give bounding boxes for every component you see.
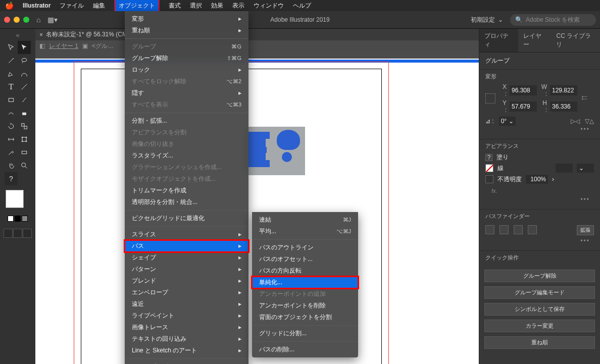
draw-mode[interactable] [4, 229, 32, 238]
fill-help-icon[interactable]: ? [485, 154, 492, 161]
width-tool[interactable] [5, 133, 18, 146]
rectangle-tool[interactable] [5, 93, 18, 107]
menu-item[interactable]: グリッドに分割... [252, 328, 358, 339]
tab-close-icon[interactable]: × [39, 31, 43, 38]
pf-unite[interactable] [485, 225, 494, 234]
pf-exclude[interactable] [528, 225, 537, 234]
minimize-window[interactable] [14, 17, 20, 23]
menu-item[interactable]: 画像トレース [125, 322, 248, 333]
tools-grip[interactable]: « [16, 32, 20, 39]
menu-item[interactable]: 変形 [125, 13, 248, 25]
apple-menu[interactable]: 🍎 [5, 2, 14, 10]
reference-point[interactable] [485, 93, 495, 103]
link-wh-icon[interactable]: ⮄ [581, 95, 587, 102]
menu-item[interactable]: 隠す [125, 87, 248, 99]
help-tool[interactable]: ? [5, 172, 18, 185]
transform-w[interactable]: 129.822 [550, 85, 577, 95]
app-name[interactable]: Illustrator [23, 2, 51, 9]
menu-item[interactable]: ピクセルグリッドに最適化 [125, 213, 248, 224]
lasso-tool[interactable] [18, 54, 31, 67]
opacity-swatch[interactable] [485, 175, 493, 183]
menu-effect[interactable]: 効果 [211, 2, 223, 10]
zoom-tool[interactable] [18, 159, 31, 172]
target-label[interactable]: <グル… [92, 42, 114, 50]
menu-item[interactable]: 単純化... [252, 277, 358, 288]
arrange-docs-icon[interactable]: ▦▾ [47, 16, 58, 24]
pf-expand[interactable]: 拡張 [577, 225, 594, 235]
menu-item[interactable]: 平均...⌥⌘J [252, 226, 358, 237]
line-tool[interactable] [18, 80, 31, 93]
color-mode-swatches[interactable] [8, 216, 28, 222]
transform-x[interactable]: 96.308 [510, 85, 537, 95]
menu-item[interactable]: クリッピングマスク [125, 361, 248, 364]
stock-search[interactable]: 🔍 Adobe Stock を検索 [510, 14, 596, 26]
menu-item[interactable]: 遠近 [125, 298, 248, 310]
close-window[interactable] [4, 17, 10, 23]
curvature-tool[interactable] [18, 67, 31, 80]
stroke-profile[interactable]: ⌄ [577, 164, 594, 173]
opacity-input[interactable]: 100% [526, 175, 548, 184]
direct-selection-tool[interactable] [18, 41, 31, 54]
menu-item[interactable]: パスの削除... [252, 344, 358, 355]
menu-help[interactable]: ヘルプ [293, 2, 311, 10]
tab-properties[interactable]: プロパティ [479, 29, 518, 52]
menu-item[interactable]: スライス [125, 229, 248, 240]
menu-item[interactable]: パスのアウトライン [252, 242, 358, 253]
tab-layers[interactable]: レイヤー [518, 29, 552, 52]
menu-item[interactable]: グループ解除⇧⌘G [125, 53, 248, 64]
pathfinder-more-icon[interactable]: ••• [485, 237, 594, 247]
quick-isolate[interactable]: グループ編集モード [484, 286, 595, 299]
flip-v-icon[interactable]: ▽△ [585, 118, 594, 125]
fill-stroke-control[interactable] [5, 189, 30, 215]
quick-ungroup[interactable]: グループ解除 [484, 270, 595, 282]
quick-recolor[interactable]: カラー変更 [484, 320, 595, 332]
magic-wand-tool[interactable] [5, 54, 18, 67]
menu-item[interactable]: パス [125, 240, 248, 252]
menu-item[interactable]: Line と Sketch のアート [125, 345, 248, 356]
unknown-tool[interactable] [18, 172, 31, 185]
hand-tool[interactable] [5, 159, 18, 172]
menu-item[interactable]: 重ね順 [125, 25, 248, 36]
menu-edit[interactable]: 編集 [93, 2, 105, 10]
gradient-tool[interactable] [18, 146, 31, 159]
menu-window[interactable]: ウィンドウ [254, 2, 284, 10]
document-tab[interactable]: × 名称未設定-1* @ 56.31% (CM [35, 29, 479, 40]
selected-raster-object[interactable] [244, 127, 305, 175]
layers-icon[interactable]: ◧ [39, 42, 45, 49]
home-icon[interactable]: ⌂ [36, 16, 40, 24]
menu-item[interactable]: エンベロープ [125, 287, 248, 298]
menu-item[interactable]: ラスタライズ... [125, 150, 248, 162]
menu-item[interactable]: テキストの回り込み [125, 333, 248, 345]
workspace-switcher[interactable]: 初期設定⌄ [471, 16, 503, 24]
menu-file[interactable]: ファイル [60, 2, 84, 10]
appearance-more-icon[interactable]: ••• [485, 196, 594, 206]
eyedropper-tool[interactable] [5, 146, 18, 159]
menu-item[interactable]: ブレンド [125, 275, 248, 287]
transform-more-icon[interactable]: ••• [485, 126, 594, 136]
brush-tool[interactable] [18, 93, 31, 107]
stroke-swatch[interactable] [485, 164, 493, 172]
layer-name[interactable]: レイヤー 1 [49, 42, 78, 50]
pen-tool[interactable] [5, 67, 18, 80]
menu-item[interactable]: ロック [125, 64, 248, 76]
menu-type[interactable]: 書式 [169, 2, 181, 10]
quick-arrange[interactable]: 重ね順 [484, 336, 595, 349]
menu-item[interactable]: 連結⌘J [252, 214, 358, 226]
free-transform-tool[interactable] [18, 133, 31, 146]
opacity-arrow-icon[interactable]: › [552, 176, 554, 183]
fx-label[interactable]: fx. [485, 186, 594, 196]
pf-minus[interactable] [499, 225, 509, 234]
quick-save-symbol[interactable]: シンボルとして保存 [484, 303, 595, 316]
eraser-tool[interactable] [18, 107, 31, 120]
type-tool[interactable]: T [5, 80, 18, 93]
scale-tool[interactable] [18, 120, 31, 133]
menu-item[interactable]: パスのオフセット... [252, 253, 358, 265]
rotate-tool[interactable] [5, 120, 18, 133]
menu-select[interactable]: 選択 [190, 2, 202, 10]
menu-item[interactable]: パターン [125, 264, 248, 275]
menu-item[interactable]: 背面のオブジェクトを分割 [252, 311, 358, 323]
menu-item[interactable]: 透明部分を分割・統合... [125, 196, 248, 208]
menu-object[interactable]: オブジェクト [114, 0, 160, 13]
menu-item[interactable]: アンカーポイントを削除 [252, 300, 358, 311]
menu-item[interactable]: シェイプ [125, 252, 248, 264]
